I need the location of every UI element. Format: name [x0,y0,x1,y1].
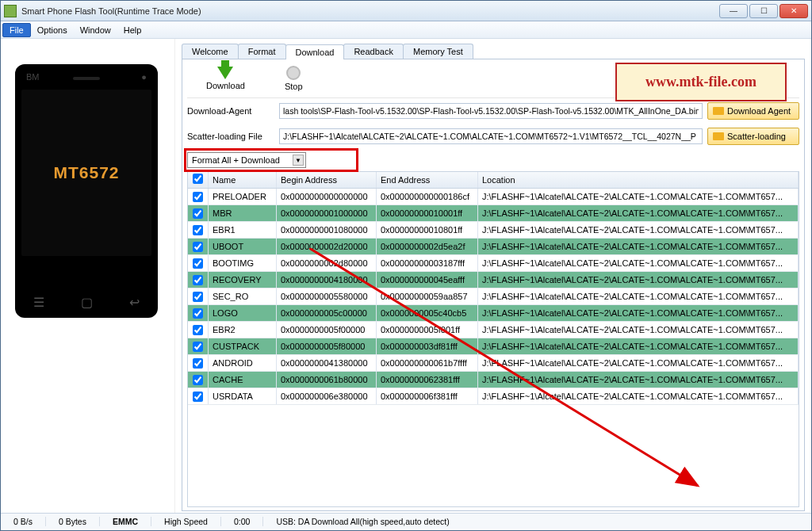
status-mode: High Speed [151,517,221,526]
table-row[interactable]: PRELOADER0x00000000000000000x00000000000… [188,189,799,205]
menu-icon: ☰ [33,295,44,310]
maximize-button[interactable]: ☐ [749,4,778,18]
operation-combo[interactable]: Format All + Download ▼ [187,152,306,168]
chevron-down-icon: ▼ [293,155,304,166]
cell-begin: 0x0000000001000000 [277,205,377,221]
status-usb: USB: DA Download All(high speed,auto det… [263,517,811,526]
app-icon [4,5,17,17]
tabbar: Welcome Format Download Readback Memory … [182,44,805,59]
cell-location: J:\FLASHF~1\Alcatel\ALCATE~2\ALCATE~1.CO… [478,255,799,271]
tab-format[interactable]: Format [238,44,286,59]
cell-end: 0x0000000062381fff [377,372,478,388]
row-checkbox[interactable] [193,275,203,285]
row-checkbox[interactable] [193,375,203,385]
download-label: Download [206,81,245,90]
download-agent-button[interactable]: Download Agent [707,102,799,120]
cell-location: J:\FLASHF~1\Alcatel\ALCATE~2\ALCATE~1.CO… [478,338,799,354]
cell-location: J:\FLASHF~1\Alcatel\ALCATE~2\ALCATE~1.CO… [478,272,799,288]
col-name[interactable]: Name [209,172,277,188]
row-checkbox[interactable] [193,258,203,269]
row-checkbox[interactable] [193,192,203,202]
stop-button[interactable]: Stop [285,66,303,91]
cell-name: CACHE [209,372,277,388]
table-row[interactable]: MBR0x00000000010000000x00000000010001ffJ… [188,205,799,222]
table-row[interactable]: BOOTIMG0x0000000002d800000x0000000000318… [188,255,799,272]
cell-begin: 0x0000000000000000 [277,189,377,204]
partition-grid: Name Begin Address End Address Location … [187,171,799,507]
status-time: 0:00 [221,517,263,526]
cell-name: UBOOT [209,239,277,254]
table-row[interactable]: SEC_RO0x00000000055800000x00000000059aa8… [188,288,799,305]
tab-welcome[interactable]: Welcome [182,44,239,59]
scatter-path-input[interactable] [279,128,703,144]
cell-end: 0x00000000059aa857 [377,288,478,304]
cell-name: ANDROID [209,355,277,371]
scatter-loading-button[interactable]: Scatter-loading [707,128,799,145]
cell-name: MBR [209,205,277,221]
table-row[interactable]: UBOOT0x0000000002d200000x0000000002d5ea2… [188,239,799,255]
row-checkbox[interactable] [193,242,203,252]
menu-file[interactable]: File [2,23,31,37]
da-path-input[interactable] [279,103,703,119]
cell-name: SEC_RO [209,288,277,304]
grid-header: Name Begin Address End Address Location [188,172,799,189]
download-button[interactable]: Download [206,67,245,90]
row-checkbox[interactable] [193,308,203,319]
cell-begin: 0x0000000005c00000 [277,305,377,321]
select-all-checkbox[interactable] [193,174,203,184]
table-row[interactable]: LOGO0x0000000005c000000x0000000005c40cb5… [188,305,799,322]
table-row[interactable]: RECOVERY0x00000000041800000x000000000045… [188,272,799,288]
cell-end: 0x000000000045eafff [377,272,478,288]
close-button[interactable]: ✕ [779,4,808,18]
download-icon [217,67,233,79]
cell-name: USRDATA [209,388,277,404]
table-row[interactable]: CUSTPACK0x0000000005f800000x000000003df8… [188,338,799,355]
cell-location: J:\FLASHF~1\Alcatel\ALCATE~2\ALCATE~1.CO… [478,388,799,404]
menu-options[interactable]: Options [31,24,74,36]
scatter-label: Scatter-loading File [187,132,274,141]
tab-memtest[interactable]: Memory Test [403,44,473,59]
folder-icon [713,107,724,115]
row-checkbox[interactable] [193,208,203,219]
status-speed: 0 B/s [1,517,46,526]
cell-end: 0x0000000005c40cb5 [377,305,478,321]
row-checkbox[interactable] [193,358,203,369]
cell-location: J:\FLASHF~1\Alcatel\ALCATE~2\ALCATE~1.CO… [478,239,799,254]
col-end[interactable]: End Address [377,172,478,188]
col-location[interactable]: Location [478,172,799,188]
home-icon: ▢ [81,295,93,310]
table-row[interactable]: CACHE0x0000000061b800000x0000000062381ff… [188,372,799,388]
phone-preview: BM● MT6572 ☰▢↩ [1,39,175,513]
row-checkbox[interactable] [193,225,203,235]
cell-end: 0x0000000002d5ea2f [377,239,478,254]
minimize-button[interactable]: — [719,4,748,18]
back-icon: ↩ [129,295,140,310]
col-begin[interactable]: Begin Address [277,172,377,188]
cell-end: 0x000000000061b7ffff [377,355,478,371]
cell-location: J:\FLASHF~1\Alcatel\ALCATE~2\ALCATE~1.CO… [478,222,799,238]
row-checkbox[interactable] [193,292,203,302]
cell-name: PRELOADER [209,189,277,204]
menu-window[interactable]: Window [74,24,117,36]
cell-location: J:\FLASHF~1\Alcatel\ALCATE~2\ALCATE~1.CO… [478,189,799,204]
phone-brand: BM [26,72,40,82]
tab-download[interactable]: Download [285,44,345,59]
table-row[interactable]: EBR10x00000000010800000x00000000010801ff… [188,222,799,239]
table-row[interactable]: USRDATA0x000000006e3800000x000000006f381… [188,388,799,405]
row-checkbox[interactable] [193,342,203,352]
table-row[interactable]: ANDROID0x00000000413800000x000000000061b… [188,355,799,372]
tab-readback[interactable]: Readback [343,44,404,59]
row-checkbox[interactable] [193,392,203,402]
cell-end: 0x00000000010801ff [377,222,478,238]
cell-name: EBR2 [209,322,277,338]
menubar: File Options Window Help [1,21,811,39]
cell-end: 0x00000000003187fff [377,255,478,271]
row-checkbox[interactable] [193,325,203,335]
status-bytes: 0 Bytes [46,517,100,526]
titlebar: Smart Phone Flash Tool(Runtime Trace Mod… [1,1,811,21]
menu-help[interactable]: Help [117,24,148,36]
cell-name: RECOVERY [209,272,277,288]
table-row[interactable]: EBR20x0000000005f000000x0000000005f001ff… [188,322,799,338]
cell-location: J:\FLASHF~1\Alcatel\ALCATE~2\ALCATE~1.CO… [478,355,799,371]
cell-begin: 0x0000000041380000 [277,355,377,371]
